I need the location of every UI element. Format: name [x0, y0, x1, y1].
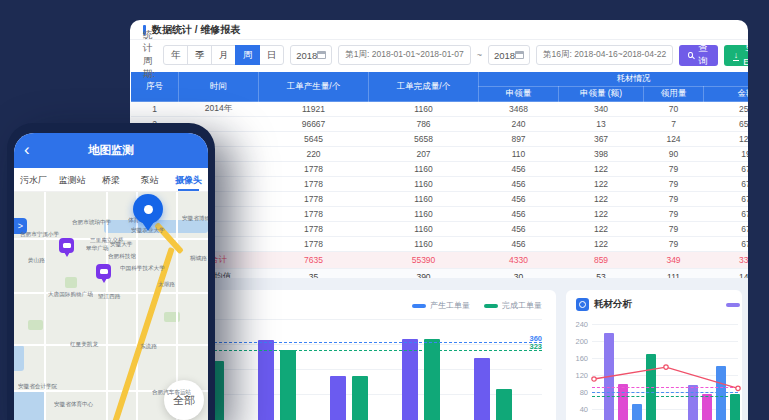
phone-tab-摄像头[interactable]: 摄像头: [169, 168, 208, 191]
query-button[interactable]: 查询: [679, 45, 718, 66]
map-label: 中国科学技术大学: [120, 264, 165, 272]
main-panel: 数据统计 / 维修报表 统计周期: 年季月周日 2018 第1周: 2018-0…: [130, 20, 748, 420]
search-icon: [688, 52, 692, 58]
table-cell: 5658: [369, 132, 479, 147]
table-cell: 96667: [259, 117, 369, 132]
period-option-年[interactable]: 年: [163, 45, 188, 65]
table-cell: 67: [704, 237, 749, 252]
export-button-label: 导出Excel: [743, 43, 748, 67]
y-tick-label: 120: [568, 371, 588, 380]
phone-header: ‹ 地图监测: [14, 133, 208, 168]
table-body: 12014年1192111603468340702502966677862401…: [131, 102, 749, 286]
period-option-月[interactable]: 月: [211, 45, 236, 65]
map-label: 黄山路: [28, 256, 45, 264]
table-cell: 456: [479, 177, 559, 192]
year-to-select[interactable]: 2018: [488, 45, 530, 65]
legend-item[interactable]: 完成工单量: [484, 300, 542, 311]
breadcrumb: 数据统计 / 维修报表: [130, 20, 748, 40]
table-cell: 1778: [259, 222, 369, 237]
legend-item[interactable]: 产生工单量: [412, 300, 470, 311]
table-cell: 1778: [259, 162, 369, 177]
table-cell: 90: [644, 147, 704, 162]
table-cell: 240: [479, 117, 559, 132]
y-tick-label: 80: [568, 388, 588, 397]
back-icon[interactable]: ‹: [24, 141, 30, 158]
map-label: 合肥科技馆: [108, 252, 136, 260]
location-pin-icon[interactable]: [133, 194, 163, 224]
bar-completed: [496, 389, 512, 420]
table-cell: 129: [704, 132, 749, 147]
table-cell: 79: [644, 237, 704, 252]
map-label: 合肥市宁溪小学: [20, 230, 59, 238]
table-cell: 1160: [369, 162, 479, 177]
map-label: 翠华广场: [86, 244, 108, 252]
all-button[interactable]: 全部: [164, 380, 204, 420]
sub-column-header: 金额: [704, 87, 749, 102]
chart-header: 耗材分析: [576, 298, 632, 311]
table-cell: 67: [704, 222, 749, 237]
map-label: 安徽省博物馆: [182, 214, 208, 222]
bar-produced: [402, 339, 418, 420]
table-cell: 79: [644, 207, 704, 222]
table-row: 42202071103989019: [131, 147, 749, 162]
table-cell: 122: [559, 222, 644, 237]
legend-label: 完成工单量: [502, 300, 542, 311]
sub-column-header: 申领量: [479, 87, 559, 102]
table-cell: 3468: [479, 102, 559, 117]
phone-tab-污水厂[interactable]: 污水厂: [14, 168, 53, 191]
y-tick-label: 240: [568, 320, 588, 329]
phone-tab-监测站[interactable]: 监测站: [53, 168, 92, 191]
table-cell: 456: [479, 237, 559, 252]
year-from-select[interactable]: 2018: [290, 45, 332, 65]
table-cell: 398: [559, 147, 644, 162]
table-head: 序号时间工单产生量/个工单完成量/个耗材情况申领量申领量 (额)领用量金额: [131, 72, 749, 102]
table-cell: 70: [644, 102, 704, 117]
period-option-周[interactable]: 周: [235, 45, 260, 65]
filter-bar: 统计周期: 年季月周日 2018 第1周: 2018-01-01~2018-01…: [130, 42, 748, 68]
period-option-季[interactable]: 季: [187, 45, 212, 65]
camera-marker-icon[interactable]: [59, 238, 74, 253]
table-cell: 5645: [259, 132, 369, 147]
map-view[interactable]: > 全部 合肥市琥珀中学体育场安徽农业大学安徽省博物馆三里庵立交桥合肥市宁溪小学…: [14, 192, 208, 420]
legend-pill: [412, 304, 426, 308]
table-cell: 1778: [259, 192, 369, 207]
table-cell: 122: [559, 192, 644, 207]
range-separator: ~: [477, 50, 482, 60]
table-row: 8177811604561227967: [131, 207, 749, 222]
camera-marker-icon[interactable]: [96, 264, 111, 279]
table-cell: 349: [644, 252, 704, 269]
period-option-日[interactable]: 日: [259, 45, 284, 65]
report-table: 序号时间工单产生量/个工单完成量/个耗材情况申领量申领量 (额)领用量金额120…: [130, 71, 748, 286]
table-row: 5177811604561227967: [131, 162, 749, 177]
phone-tab-泵站[interactable]: 泵站: [130, 168, 169, 191]
week-to-input[interactable]: 第16周: 2018-04-16~2018-04-22: [536, 45, 673, 65]
map-label: 桐城路: [190, 254, 207, 262]
table-cell: 79: [644, 177, 704, 192]
table-row: 356455658897367124129: [131, 132, 749, 147]
map-road: [106, 192, 108, 420]
y-tick-label: 160: [568, 354, 588, 363]
legend-pill: [484, 304, 498, 308]
table-cell: 79: [644, 192, 704, 207]
y-tick-label: 40: [568, 405, 588, 414]
map-label: 合肥汽车客运站: [152, 388, 191, 396]
bar-produced: [330, 376, 346, 420]
export-excel-button[interactable]: ↓ 导出Excel: [724, 45, 748, 66]
column-header: 时间: [179, 72, 259, 102]
map-label: 太湖路: [158, 280, 175, 288]
table-cell: 250: [704, 102, 749, 117]
table-cell: 1160: [369, 102, 479, 117]
table-cell: 67: [704, 162, 749, 177]
phone-tab-桥梁[interactable]: 桥梁: [92, 168, 131, 191]
markline-label: 323: [529, 342, 542, 351]
table-cell: 456: [479, 222, 559, 237]
table-cell: 330: [704, 252, 749, 269]
table-cell: 122: [559, 177, 644, 192]
table-cell: 79: [644, 162, 704, 177]
week-from-input[interactable]: 第1周: 2018-01-01~2018-01-07: [338, 45, 470, 65]
map-label: 合肥市琥珀中学: [72, 218, 111, 226]
header-row: 序号时间工单产生量/个工单完成量/个耗材情况: [131, 72, 749, 87]
table-cell: 122: [559, 237, 644, 252]
table-row: 6177811604561227967: [131, 177, 749, 192]
phone-mockup: ‹ 地图监测 污水厂监测站桥梁泵站摄像头 > 全部 合肥市琥珀中学体育场安徽农业…: [7, 123, 215, 420]
